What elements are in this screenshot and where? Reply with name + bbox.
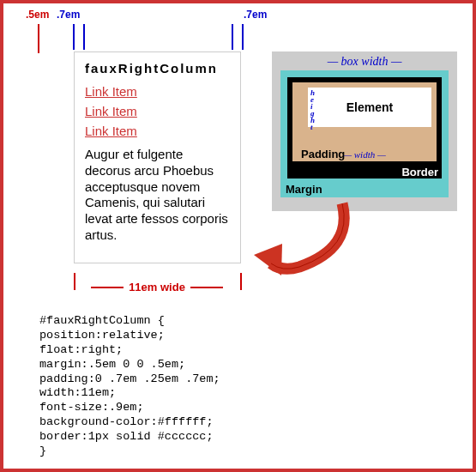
padding-label: Padding [301,148,345,160]
tick-padding-left-outer [73,24,75,50]
width-cap-left [74,273,75,290]
column-heading: fauxRightColumn [85,61,230,76]
arrow-icon [252,197,355,287]
border-label: Border [401,166,438,179]
measure-left-margin: .5em [26,9,49,21]
box-width-label: — box width — [280,55,449,69]
measure-left-padding: .7em [57,9,80,21]
box-margin: h e i g h t Element — width — Padding Bo… [280,70,449,197]
diagram-frame: .5em .7em .7em fauxRightColumn Link Item… [0,0,476,472]
box-element: h e i g h t Element [308,88,431,127]
tick-padding-right-outer [242,24,244,50]
box-model-figure: — box width — h e i g h t Element — widt… [272,51,457,211]
css-code-block: #fauxRightColumn { position:relative; fl… [39,314,220,459]
tick-padding-right-inner [232,24,233,50]
tick-padding-left-inner [83,24,85,50]
height-label: h e i g h t [310,89,315,131]
margin-label: Margin [286,183,322,196]
width-label: 11em wide [86,281,228,293]
tick-margin-left [38,24,39,53]
svg-marker-0 [254,244,282,275]
box-padding: h e i g h t Element — width — Padding [292,82,437,161]
box-border: h e i g h t Element — width — Padding Bo… [287,77,442,179]
link-item[interactable]: Link Item [85,124,230,138]
link-item[interactable]: Link Item [85,84,230,99]
faux-right-column: fauxRightColumn Link Item Link Item Link… [74,51,241,263]
link-item[interactable]: Link Item [85,104,230,118]
width-cap-right [240,273,242,290]
column-paragraph: Augur et fulgente decorus arcu Phoebus a… [85,147,230,244]
measure-right-padding: .7em [244,9,267,21]
